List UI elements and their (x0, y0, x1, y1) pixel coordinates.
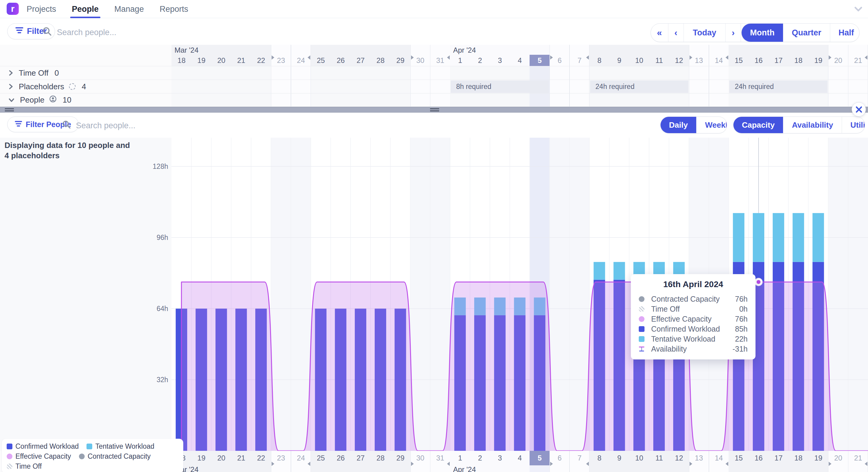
date-label[interactable]: 1 (450, 55, 470, 66)
app-logo[interactable]: r (7, 3, 19, 15)
nav-item-reports[interactable]: Reports (160, 0, 188, 18)
range-tab-quarter[interactable]: Quarter (783, 24, 830, 42)
collapse-right-icon[interactable] (411, 462, 414, 466)
collapse-left-icon[interactable] (447, 462, 450, 466)
date-label[interactable]: 27 (350, 55, 371, 66)
view-tab-weekly[interactable]: Weekly (696, 117, 727, 133)
date-label[interactable]: 5 (530, 55, 550, 66)
date-label[interactable]: 17 (769, 55, 788, 66)
date-label[interactable]: 16 (748, 451, 769, 465)
date-label[interactable]: 1 (450, 451, 470, 465)
chevron-down-icon[interactable] (8, 97, 15, 103)
pane-splitter[interactable] (0, 107, 868, 113)
pager-step-back[interactable]: ‹ (668, 24, 683, 42)
chevron-down-icon[interactable] (854, 5, 863, 14)
collapse-left-icon[interactable] (447, 55, 450, 60)
chevron-right-icon[interactable] (8, 83, 14, 90)
collapse-left-icon[interactable] (725, 462, 728, 466)
date-label[interactable]: 27 (350, 451, 371, 465)
capacity-chart[interactable] (172, 138, 868, 451)
collapse-left-icon[interactable] (586, 462, 589, 466)
view-tab-daily[interactable]: Daily (660, 117, 696, 133)
date-label[interactable]: 26 (331, 451, 350, 465)
pager-step-forward[interactable]: › (725, 24, 741, 42)
date-label[interactable]: 21 (231, 451, 251, 465)
date-label[interactable]: 3 (490, 55, 510, 66)
collapse-left-icon[interactable] (865, 462, 867, 466)
row-placeholders[interactable]: Placeholders 4 8h required24h required24… (0, 80, 868, 93)
date-label[interactable]: 28 (371, 55, 391, 66)
collapse-left-icon[interactable] (308, 462, 310, 466)
mode-tab-utilization[interactable]: Utilization (842, 117, 865, 133)
date-label[interactable]: 18 (788, 55, 808, 66)
date-label[interactable]: 25 (311, 451, 331, 465)
date-label[interactable]: 19 (191, 55, 211, 66)
date-label[interactable]: 4 (510, 451, 530, 465)
date-label[interactable]: 10 (629, 55, 649, 66)
date-label[interactable]: 19 (191, 451, 211, 465)
date-label[interactable]: 8 (589, 55, 610, 66)
date-label[interactable]: 19 (808, 451, 828, 465)
date-label[interactable]: 22 (251, 55, 271, 66)
date-label[interactable]: 3 (490, 451, 510, 465)
chevron-right-icon[interactable] (8, 69, 14, 77)
close-panel-button[interactable] (852, 102, 866, 117)
search-people-input-secondary[interactable] (76, 121, 203, 130)
date-label[interactable]: 9 (610, 55, 629, 66)
date-label[interactable]: 12 (669, 55, 689, 66)
required-hours-cell[interactable]: 24h required (590, 81, 688, 93)
date-label[interactable]: 29 (391, 451, 410, 465)
mode-tab-capacity[interactable]: Capacity (734, 117, 783, 133)
date-label[interactable]: 4 (510, 55, 530, 66)
pager-today[interactable]: Today (683, 24, 725, 42)
date-label[interactable]: 18 (788, 451, 808, 465)
collapse-right-icon[interactable] (689, 462, 692, 466)
collapse-right-icon[interactable] (550, 55, 553, 60)
row-time-off[interactable]: Time Off 0 (0, 66, 868, 80)
collapse-left-icon[interactable] (586, 55, 589, 60)
date-label[interactable]: 11 (649, 55, 669, 66)
date-label[interactable]: 20 (211, 55, 231, 66)
range-tab-month[interactable]: Month (742, 24, 783, 42)
nav-item-people[interactable]: People (72, 0, 99, 18)
date-label[interactable]: 22 (251, 451, 271, 465)
date-label[interactable]: 11 (649, 451, 669, 465)
splitter-grip-center[interactable] (430, 108, 439, 111)
collapse-left-icon[interactable] (308, 55, 310, 60)
date-label[interactable]: 12 (669, 451, 689, 465)
required-hours-cell[interactable]: 8h required (451, 81, 549, 93)
collapse-right-icon[interactable] (272, 462, 274, 466)
date-label[interactable]: 2 (470, 451, 490, 465)
date-label[interactable]: 16 (748, 55, 769, 66)
date-label[interactable]: 15 (728, 55, 748, 66)
date-label[interactable]: 26 (331, 55, 350, 66)
date-label[interactable]: 9 (610, 451, 629, 465)
collapse-right-icon[interactable] (829, 55, 831, 60)
collapse-right-icon[interactable] (689, 55, 692, 60)
date-label[interactable]: 20 (211, 451, 231, 465)
mode-tab-availability[interactable]: Availability (783, 117, 841, 133)
date-label[interactable]: 28 (371, 451, 391, 465)
date-label[interactable]: 8 (589, 451, 610, 465)
collapse-right-icon[interactable] (829, 462, 831, 466)
row-people[interactable]: People 10 (0, 93, 868, 107)
date-label[interactable]: 29 (391, 55, 410, 66)
collapse-right-icon[interactable] (411, 55, 414, 60)
date-label[interactable]: 10 (629, 451, 649, 465)
collapse-left-icon[interactable] (725, 55, 728, 60)
pager-jump-back[interactable]: « (651, 24, 668, 42)
date-label[interactable]: 2 (470, 55, 490, 66)
date-label[interactable]: 25 (311, 55, 331, 66)
nav-item-manage[interactable]: Manage (114, 0, 144, 18)
collapse-right-icon[interactable] (272, 55, 274, 60)
date-label[interactable]: 15 (728, 451, 748, 465)
collapse-left-icon[interactable] (865, 55, 867, 60)
date-label[interactable]: 21 (231, 55, 251, 66)
collapse-right-icon[interactable] (550, 462, 553, 466)
date-label[interactable]: 18 (172, 55, 191, 66)
date-label[interactable]: 17 (769, 451, 788, 465)
nav-item-projects[interactable]: Projects (27, 0, 56, 18)
date-label[interactable]: 5 (530, 451, 550, 465)
search-people-input[interactable] (57, 28, 184, 37)
range-tab-half[interactable]: Half (830, 24, 860, 42)
